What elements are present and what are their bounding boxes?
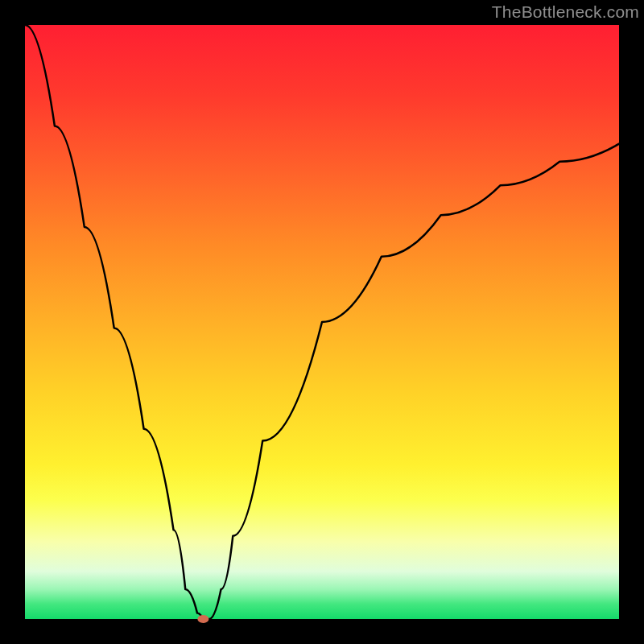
optimal-point-marker	[197, 615, 208, 623]
watermark-text: TheBottleneck.com	[492, 2, 639, 22]
bottleneck-curve	[25, 25, 619, 619]
chart-frame: TheBottleneck.com	[0, 0, 644, 644]
plot-area	[25, 25, 619, 619]
